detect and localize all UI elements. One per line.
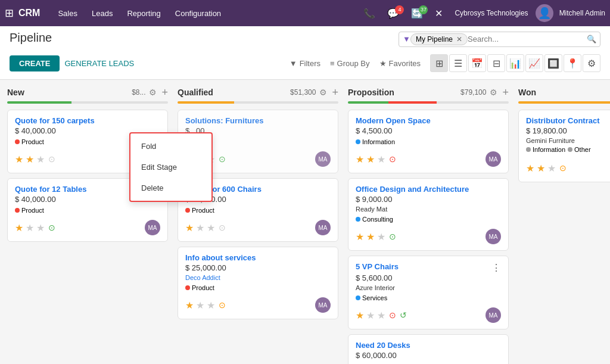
pivot-view-button[interactable]: ⊟ xyxy=(487,54,505,72)
column-new: New $8... ⚙ + Quote for 150 carpets $ 40… xyxy=(7,87,168,364)
card-tag: Consulting xyxy=(356,216,393,223)
col-title-won: Won xyxy=(518,88,610,97)
card-services[interactable]: Info about services $ 25,000.00 Deco Add… xyxy=(178,247,338,319)
col-add-proposition[interactable]: + xyxy=(502,87,509,98)
calendar-view-button[interactable]: 📅 xyxy=(468,54,486,72)
col-gear-new[interactable]: ⚙ xyxy=(149,88,157,97)
card-tag: Information xyxy=(526,146,565,153)
star-2[interactable]: ★ xyxy=(26,154,34,165)
list-view-button[interactable]: ☰ xyxy=(449,54,467,72)
star-3[interactable]: ★ xyxy=(207,222,215,234)
col-amount-qualified: $51,300 xyxy=(290,88,316,97)
convert-icon[interactable]: ↺ xyxy=(400,310,407,320)
col-title-new: New xyxy=(7,88,132,97)
card-distributor[interactable]: Distributor Contract $ 19,800.00 Gemini … xyxy=(518,110,610,182)
star-3[interactable]: ★ xyxy=(377,231,385,242)
star-1[interactable]: ★ xyxy=(15,222,23,234)
star-1[interactable]: ★ xyxy=(526,163,534,174)
column-proposition: Proposition $79,100 ⚙ + Modern Open Spac… xyxy=(348,87,509,364)
star-2[interactable]: ★ xyxy=(196,222,204,234)
card-tag: Services xyxy=(356,294,387,301)
star-3[interactable]: ★ xyxy=(36,222,45,234)
star-3[interactable]: ★ xyxy=(207,300,215,311)
col-add-qualified[interactable]: + xyxy=(332,87,338,98)
nav-configuration[interactable]: Configuration xyxy=(169,5,227,21)
bar-chart-button[interactable]: 📊 xyxy=(506,54,524,72)
star-1[interactable]: ★ xyxy=(185,300,194,311)
grid-icon[interactable]: ⊞ xyxy=(5,7,14,20)
card-menu-icon[interactable]: ⋮ xyxy=(491,262,501,273)
star-2[interactable]: ★ xyxy=(26,222,34,234)
context-edit-stage[interactable]: Edit Stage xyxy=(130,157,211,178)
star-1[interactable]: ★ xyxy=(15,154,23,165)
status-icon: ⊙ xyxy=(219,154,226,164)
context-menu: Fold Edit Stage Delete xyxy=(129,132,213,202)
phone-icon[interactable]: 📞 xyxy=(359,5,380,21)
chat-icon[interactable]: 💬 4 xyxy=(382,5,404,21)
card-amount: $ 60,000.00 xyxy=(356,351,501,360)
favorites-button[interactable]: ★ Favorites xyxy=(379,59,421,68)
context-fold[interactable]: Fold xyxy=(130,136,211,157)
filter-icon: ▼ xyxy=(403,35,410,43)
card-desks[interactable]: Need 20 Desks $ 60,000.00 xyxy=(348,334,509,364)
map-view-button[interactable]: 📍 xyxy=(564,54,581,72)
card-title: Office Design and Architecture xyxy=(356,185,501,194)
nav-reporting[interactable]: Reporting xyxy=(121,5,166,21)
star-2[interactable]: ★ xyxy=(196,300,204,311)
assignee-avatar: MA xyxy=(485,229,501,244)
star-3[interactable]: ★ xyxy=(547,163,556,174)
search-tag[interactable]: My Pipeline ✕ xyxy=(410,33,468,45)
column-qualified: Qualified $51,300 ⚙ + Solutions: Furnitu… xyxy=(178,87,338,364)
star-1[interactable]: ★ xyxy=(356,231,364,242)
star-2[interactable]: ★ xyxy=(366,310,375,321)
star-1[interactable]: ★ xyxy=(185,222,194,234)
group-by-button[interactable]: ≡ Group By xyxy=(330,59,370,68)
star-2[interactable]: ★ xyxy=(366,231,375,242)
col-amount-proposition: $79,100 xyxy=(460,88,486,97)
star-1[interactable]: ★ xyxy=(356,310,364,321)
status-icon: ⊙ xyxy=(559,163,567,173)
card-office-design[interactable]: Office Design and Architecture $ 9,000.0… xyxy=(348,178,509,251)
context-delete[interactable]: Delete xyxy=(130,178,211,198)
col-gear-qualified[interactable]: ⚙ xyxy=(319,88,327,97)
nav-sales[interactable]: Sales xyxy=(52,5,83,21)
chat-badge: 4 xyxy=(395,5,404,14)
clock-badge: 37 xyxy=(419,5,428,14)
col-gear-proposition[interactable]: ⚙ xyxy=(490,88,497,97)
kanban-view-button[interactable]: ⊞ xyxy=(430,54,448,72)
star-3[interactable]: ★ xyxy=(377,310,385,321)
assignee-avatar: MA xyxy=(485,307,501,323)
col-add-new[interactable]: + xyxy=(161,87,168,98)
progress-new xyxy=(7,101,168,104)
clock-icon[interactable]: 🔄 37 xyxy=(406,5,428,21)
filters-button[interactable]: ▼ Filters xyxy=(290,59,320,68)
generate-leads-button[interactable]: GENERATE LEADS xyxy=(64,59,134,68)
search-icon[interactable]: 🔍 xyxy=(587,35,596,43)
card-title: 5 VP Chairs xyxy=(356,262,399,271)
col-title-qualified: Qualified xyxy=(178,88,290,97)
star-3[interactable]: ★ xyxy=(377,154,385,165)
card-tag: Product xyxy=(15,207,44,214)
assignee-avatar: MA xyxy=(315,297,331,313)
status-icon: ⊙ xyxy=(389,154,396,164)
tag-dot xyxy=(526,147,531,152)
line-chart-button[interactable]: 📈 xyxy=(525,54,543,72)
avatar[interactable]: 👤 xyxy=(536,4,553,22)
status-icon: ⊙ xyxy=(48,154,55,164)
star-1[interactable]: ★ xyxy=(356,154,364,165)
column-won: Won ⚙ + Distributor Contract $ 19,800.00… xyxy=(518,87,610,364)
star-2[interactable]: ★ xyxy=(366,154,375,165)
activity-view-button[interactable]: 🔲 xyxy=(544,54,562,72)
card-open-space[interactable]: Modern Open Space $ 4,500.00 Information… xyxy=(348,110,509,173)
settings-view-button[interactable]: ⚙ xyxy=(583,54,600,72)
remove-tag[interactable]: ✕ xyxy=(456,35,462,43)
close-icon[interactable]: ✕ xyxy=(430,5,447,21)
create-button[interactable]: CREATE xyxy=(10,55,60,71)
star-3[interactable]: ★ xyxy=(36,154,45,165)
search-input[interactable] xyxy=(468,35,587,43)
card-vp-chairs[interactable]: 5 VP Chairs ⋮ $ 5,600.00 Azure Interior … xyxy=(348,256,509,329)
status-icon: ⊙ xyxy=(219,223,226,232)
nav-leads[interactable]: Leads xyxy=(86,5,119,21)
star-2[interactable]: ★ xyxy=(537,163,545,174)
status-icon: ⊙ xyxy=(389,232,396,241)
